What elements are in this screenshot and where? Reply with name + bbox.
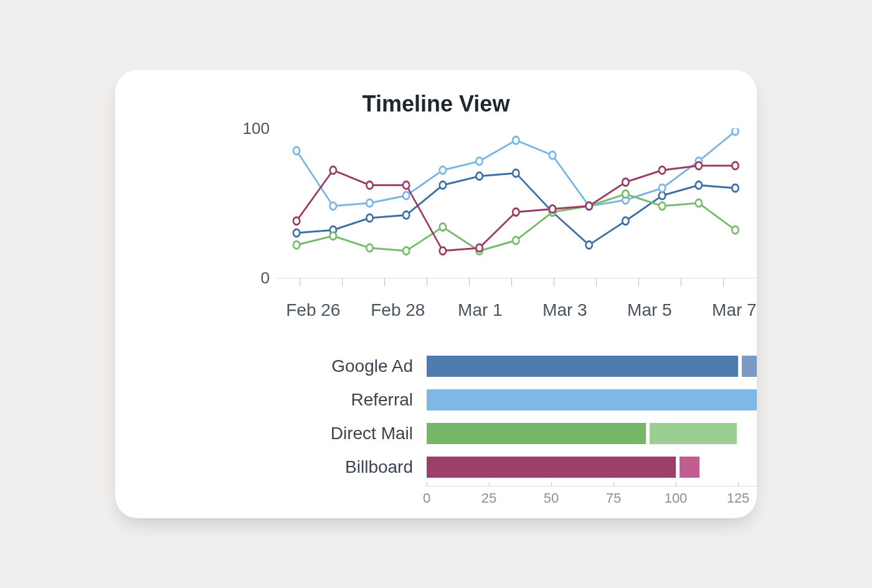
x-axis-label: Mar 3: [543, 300, 587, 320]
x-tick-mark: [342, 278, 343, 287]
bar-track: [427, 356, 757, 377]
series-point: [513, 237, 519, 244]
dashboard-card: Timeline View 0100 Feb 26Feb 28Mar 1Mar …: [115, 70, 757, 518]
bar-segment: [427, 457, 676, 478]
x-tick-mark: [596, 278, 597, 287]
y-tick-label: 0: [232, 268, 270, 288]
series-point: [476, 158, 482, 165]
series-point: [696, 199, 702, 207]
series-point: [622, 217, 628, 225]
series-point: [476, 244, 482, 252]
x-tick-mark: [723, 278, 724, 287]
series-point: [622, 178, 628, 186]
bar-track: [427, 423, 757, 444]
series-point: [549, 151, 556, 159]
series-point: [732, 226, 738, 234]
y-tick-label: 100: [232, 119, 270, 138]
series-point: [585, 241, 592, 249]
bar-category-label: Direct Mail: [277, 424, 427, 443]
series-point: [659, 202, 665, 210]
line-svg: [277, 128, 757, 278]
series-point: [403, 181, 409, 189]
series-point: [330, 166, 336, 174]
bar-x-tick: [551, 481, 552, 486]
series-point: [696, 181, 702, 189]
x-tick-mark: [681, 278, 681, 287]
series-point: [403, 211, 409, 219]
x-tick-mark: [384, 278, 385, 287]
bar-category-label: Billboard: [277, 457, 427, 477]
bar-x-tick: [738, 481, 739, 486]
bar-x-label: 75: [606, 490, 621, 506]
series-point: [513, 136, 519, 144]
x-axis-label: Mar 7: [712, 300, 757, 320]
bar-category-label: Google Ad: [277, 356, 427, 376]
x-axis-labels: Feb 26Feb 28Mar 1Mar 3Mar 5Mar 7: [115, 300, 757, 333]
series-point: [293, 147, 300, 154]
series-point: [330, 202, 336, 210]
series-point: [585, 202, 592, 210]
bar-x-label: 100: [665, 490, 688, 506]
bar-x-label: 125: [727, 490, 750, 506]
series-point: [622, 191, 628, 198]
series-point: [513, 208, 519, 216]
series-point: [366, 214, 372, 222]
bar-chart: Google AdReferralDirect MailBillboard 02…: [115, 351, 757, 511]
series-point: [293, 241, 300, 249]
series-point: [659, 184, 665, 192]
series-point: [440, 166, 446, 174]
series-point: [732, 184, 738, 192]
series-point: [366, 244, 372, 252]
series-point: [366, 199, 372, 207]
x-tick-mark: [427, 278, 427, 287]
series-point: [513, 169, 519, 177]
bar-segment: [427, 389, 757, 410]
bar-track: [427, 389, 757, 410]
bar-segment: [427, 356, 738, 377]
bar-x-label: 0: [423, 490, 430, 506]
x-axis-label: Mar 1: [458, 300, 503, 320]
x-tick-mark: [638, 278, 639, 287]
chart-title: Timeline View: [115, 91, 757, 117]
series-point: [476, 173, 482, 180]
bar-x-tick: [676, 481, 676, 486]
series-point: [293, 229, 300, 237]
bar-row: Google Ad: [277, 351, 757, 381]
line-plot-area: [277, 128, 757, 278]
bar-track: [427, 457, 757, 478]
x-axis-label: Mar 5: [627, 300, 672, 320]
series-point: [440, 247, 446, 255]
series-point: [403, 192, 409, 199]
series-point: [366, 181, 372, 189]
series-point: [659, 166, 665, 174]
bar-x-tick: [614, 481, 614, 486]
series-point: [293, 217, 300, 225]
bar-x-label: 50: [544, 490, 559, 506]
x-tick-mark: [554, 278, 554, 287]
x-tick-mark: [469, 278, 470, 287]
series-point: [440, 181, 446, 189]
x-tick-mark: [511, 278, 512, 287]
x-axis-label: Feb 28: [371, 300, 425, 320]
line-chart: 0100: [115, 128, 757, 296]
x-tick-mark: [300, 278, 300, 287]
series-point: [403, 247, 409, 255]
bar-segment: [680, 457, 699, 478]
bar-segment: [742, 356, 757, 377]
bar-x-axis: 0255075100125150: [427, 486, 757, 511]
series-point: [330, 232, 336, 240]
series-point: [440, 223, 446, 230]
bar-segment: [427, 423, 646, 444]
bar-x-label: 25: [481, 490, 496, 506]
x-axis-label: Feb 26: [286, 300, 340, 320]
series-point: [732, 162, 738, 169]
bar-segment: [650, 423, 737, 444]
bar-row: Billboard: [277, 452, 757, 482]
x-tick-marks: [277, 278, 757, 287]
bar-row: Direct Mail: [277, 419, 757, 448]
series-point: [732, 128, 738, 135]
bar-x-tick: [427, 481, 427, 486]
bar-x-tick: [489, 481, 490, 486]
series-point: [549, 206, 556, 213]
bar-category-label: Referral: [277, 390, 427, 410]
